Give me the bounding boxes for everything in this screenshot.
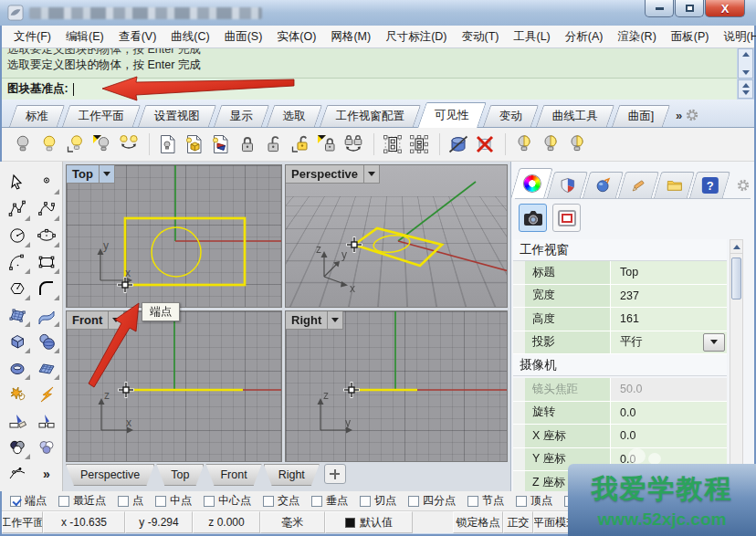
checkbox-icon[interactable] (204, 496, 215, 507)
menu-help[interactable]: 说明(H) (716, 29, 756, 45)
menu-view[interactable]: 查看(V) (111, 29, 164, 45)
spin-up-icon[interactable] (742, 79, 750, 88)
toolbar-tab-select[interactable]: 选取 (267, 105, 322, 127)
camera-properties-button[interactable] (519, 204, 547, 232)
arc-tool-icon[interactable] (5, 250, 30, 274)
box-tool-icon[interactable] (5, 330, 30, 353)
panel-options-gear-icon[interactable] (736, 178, 751, 193)
property-row-height[interactable]: 高度161 (513, 308, 727, 331)
panel-tab-material[interactable] (547, 172, 588, 198)
polygon-tool-icon[interactable] (5, 277, 30, 300)
viewport-right[interactable]: z y Right (285, 310, 508, 462)
toolbar-tab-set-view[interactable]: 设置视图 (138, 105, 216, 127)
menu-panels[interactable]: 面板(P) (664, 29, 717, 45)
tab-overflow-chevron[interactable]: » (676, 109, 682, 122)
sphere-tool-icon[interactable] (34, 330, 59, 353)
checkbox-icon[interactable] (360, 496, 371, 507)
menu-file[interactable]: 文件(F) (6, 29, 58, 45)
status-grid-snap[interactable]: 锁定格点 (453, 511, 503, 533)
split-tool-icon[interactable] (34, 409, 59, 433)
panel-tab-help[interactable]: ? (689, 172, 730, 198)
menu-curve[interactable]: 曲线(C) (163, 29, 216, 45)
control-point-curve-tool-icon[interactable] (34, 197, 59, 221)
osnap-perpendicular[interactable]: 垂点 (311, 493, 348, 509)
menu-analyze[interactable]: 分析(A) (558, 29, 611, 45)
minimize-button[interactable] (645, 0, 674, 17)
tube-tool-icon[interactable] (5, 356, 30, 380)
bulb-half-icon[interactable] (511, 132, 536, 157)
checkbox-icon[interactable] (58, 496, 69, 507)
viewport-tab-top[interactable]: Top (156, 464, 204, 486)
palette-more-button[interactable]: » (34, 462, 59, 486)
mesh-tool-icon[interactable] (34, 356, 59, 380)
viewport-title-right[interactable]: Right (286, 311, 343, 330)
scroll-up-icon[interactable] (742, 48, 750, 57)
checkbox-icon[interactable] (118, 496, 129, 507)
lock-yellow-icon[interactable] (288, 132, 312, 157)
osnap-center[interactable]: 中心点 (204, 493, 251, 509)
viewport-tab-front[interactable]: Front (205, 464, 261, 486)
control-points-on-icon[interactable] (380, 132, 404, 157)
bulb-yellow-icon[interactable] (37, 132, 61, 157)
points-off-red-x-icon[interactable] (472, 132, 497, 157)
property-row-projection[interactable]: 投影平行 (513, 331, 727, 355)
checkbox-icon[interactable] (311, 496, 322, 507)
osnap-knot[interactable]: 节点 (467, 493, 504, 509)
panel-tab-files[interactable] (654, 172, 695, 198)
toolbar-tab-visibility[interactable]: 可见性 (417, 102, 486, 128)
checkbox-icon[interactable] (467, 496, 478, 507)
command-prompt[interactable]: 图块基准点: (2, 79, 737, 100)
explode-bolt-tool-icon[interactable] (34, 383, 59, 406)
menu-surface[interactable]: 曲面(S) (217, 29, 270, 45)
polyline-tool-icon[interactable] (5, 197, 30, 221)
command-history-scrollbar[interactable] (738, 48, 753, 79)
toolbar-tab-standard[interactable]: 标准 (9, 105, 65, 127)
property-row-lens[interactable]: 镜头焦距50.0 (513, 378, 727, 402)
spin-down-icon[interactable] (742, 90, 750, 99)
pointer-tool-icon[interactable] (5, 171, 30, 194)
curve-handle-tool-icon[interactable] (5, 462, 30, 486)
viewport-title-perspective[interactable]: Perspective (286, 165, 380, 184)
bulbs-swap-icon[interactable] (116, 132, 141, 157)
viewport-tab-perspective[interactable]: Perspective (66, 464, 154, 486)
status-ortho[interactable]: 正交 (503, 511, 533, 533)
viewport-menu-arrow-icon[interactable] (108, 311, 123, 329)
checkbox-checked-icon[interactable] (10, 496, 21, 507)
toolbar-tab-display[interactable]: 显示 (214, 105, 269, 127)
command-line-spinner[interactable] (738, 79, 753, 99)
bulb-gray-icon[interactable] (10, 132, 35, 157)
viewport-title-top[interactable]: Top (67, 165, 115, 184)
toolbar-tab-viewport-layout[interactable]: 工作视窗配置 (320, 105, 421, 127)
ellipse-tool-icon[interactable] (34, 224, 59, 247)
viewport-front[interactable]: z x Front (66, 310, 282, 462)
tab-options-gear-icon[interactable] (685, 108, 699, 122)
status-layer[interactable]: 默认值 (325, 511, 413, 533)
toolbar-tab-transform[interactable]: 变动 (482, 105, 538, 127)
osnap-point[interactable]: 点 (118, 493, 143, 509)
checkbox-icon[interactable] (263, 496, 274, 507)
scroll-down-icon[interactable] (742, 70, 750, 79)
osnap-vertex[interactable]: 顶点 (516, 493, 552, 509)
viewport-tab-right[interactable]: Right (264, 464, 320, 486)
menu-dimension[interactable]: 尺寸标注(D) (378, 29, 454, 45)
property-row-x[interactable]: X 座标0.0 (513, 425, 727, 448)
projection-dropdown-button[interactable] (703, 333, 725, 352)
curved-surface-tool-icon[interactable] (34, 303, 59, 327)
fillet-curve-tool-icon[interactable] (34, 277, 59, 300)
osnap-tangent[interactable]: 切点 (360, 493, 396, 509)
rectangle-tool-icon[interactable] (34, 250, 59, 274)
property-row-title[interactable]: 标题Top (513, 261, 727, 285)
toolbar-tab-curve-tools[interactable]: 曲线工具 (535, 105, 614, 127)
status-cplane[interactable]: 工作平面 (2, 511, 43, 533)
menu-tools[interactable]: 工具(L) (506, 29, 557, 45)
circles-solid-tool-icon[interactable] (5, 436, 30, 459)
lock-open-icon[interactable] (261, 132, 286, 157)
panel-tab-display[interactable] (510, 168, 552, 198)
viewport-top[interactable]: y x Top (66, 164, 282, 308)
selected-circle[interactable] (373, 233, 411, 254)
selected-rectangle[interactable] (354, 228, 442, 266)
menu-transform[interactable]: 变动(T) (455, 29, 507, 45)
property-row-rotation[interactable]: 旋转0.0 (513, 402, 727, 426)
cylinder-strike-icon[interactable] (446, 132, 470, 157)
status-units[interactable]: 毫米 (260, 511, 325, 533)
